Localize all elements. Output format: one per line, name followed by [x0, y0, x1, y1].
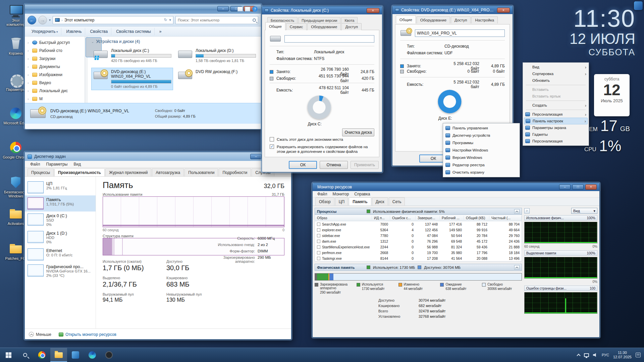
maximize-button[interactable] [572, 184, 584, 190]
sidebar-item[interactable]: Изображени [28, 71, 85, 79]
process-row[interactable]: explorer.exe 5364 4 122 456 149 580 99 9… [315, 227, 522, 233]
menu-item[interactable]: Файл [28, 161, 43, 167]
taskbar-search-button[interactable] [17, 348, 34, 362]
tab[interactable]: Предыдущие версии [298, 17, 340, 23]
cancel-button[interactable]: Отмена [320, 161, 348, 169]
process-row[interactable]: sidebar.exe 7780 0 47 084 50 544 20 784 … [315, 233, 522, 238]
action-center-button[interactable] [636, 353, 641, 357]
menu-item[interactable]: Файл [315, 191, 330, 197]
tab[interactable]: Журнал приложений [105, 168, 151, 176]
tab[interactable]: Диск [372, 197, 388, 205]
sidebar-item[interactable]: Быстрый доступ [28, 39, 85, 47]
language-indicator[interactable]: РУС [602, 353, 609, 357]
sidebar-scrollbar[interactable] [85, 37, 88, 103]
disk-cleanup-button[interactable]: Очистка диска [342, 128, 374, 136]
checkbox[interactable] [317, 234, 320, 237]
column-header[interactable]: Рабочий ... [440, 216, 464, 220]
tab[interactable]: Квота [341, 17, 358, 23]
tab[interactable]: Подробности [219, 168, 251, 176]
close-button[interactable] [497, 8, 510, 13]
performance-sidebar-item[interactable]: Ethernet О: 0 П: 0 кбит/с [25, 246, 96, 262]
tab[interactable]: Общие [265, 22, 285, 30]
fewer-details-button[interactable]: Меньше [29, 332, 51, 337]
help-icon[interactable]: ? [252, 6, 258, 12]
tab[interactable]: Сервис [286, 23, 307, 30]
menu-item[interactable]: Справка [352, 191, 373, 197]
address-bar[interactable]: › Этот компьютер ↻ ▾ [53, 16, 173, 24]
toolbar-button[interactable]: » [156, 28, 165, 35]
process-row[interactable]: Taskmgr.exe 8144 0 17 208 41 564 20 088 … [315, 255, 522, 261]
submenu-item[interactable]: Редактор реестра [444, 161, 519, 169]
tray-expand-button[interactable] [577, 353, 580, 357]
toolbar-button[interactable]: Извлечь [63, 28, 85, 35]
taskbar-obs-button[interactable] [101, 348, 117, 362]
performance-sidebar-item[interactable]: Диск 0 (C:) SSD 0% [25, 212, 96, 229]
volume-tray-icon[interactable] [593, 353, 598, 357]
search-input[interactable] [178, 18, 253, 22]
tab[interactable]: Оборудование [417, 16, 450, 23]
context-menu-item[interactable]: Параметры экрана [524, 124, 588, 131]
dialog-titlebar[interactable]: Свойства: DVD-дисковод (E:) WIN10_X64_PR… [392, 6, 513, 14]
taskbar-explorer-button[interactable] [50, 348, 67, 362]
process-row[interactable]: perfmon.exe 2668 0 19 700 35 980 17 796 … [315, 250, 522, 255]
tab[interactable]: Автозагрузка [152, 168, 184, 176]
close-button[interactable] [367, 8, 379, 13]
performance-sidebar-item[interactable]: Память 1,7/31,7 ГБ (5%) [25, 195, 96, 212]
minimize-button[interactable] [559, 184, 571, 190]
search-box[interactable] [175, 16, 258, 24]
submenu-item[interactable]: Версия Windows [444, 154, 519, 161]
column-header[interactable]: Общий (КБ) [464, 216, 489, 220]
submenu-item[interactable]: Панель управления [444, 124, 519, 132]
column-header[interactable]: Образ [315, 216, 372, 220]
collapse-chevron-icon[interactable] [514, 265, 520, 269]
compress-checkbox[interactable] [270, 137, 274, 141]
tab[interactable]: Процессы [28, 168, 54, 176]
taskbar-edge-button[interactable] [84, 348, 101, 362]
drive-item-f[interactable]: DVD RW дисковод (F:) [176, 68, 258, 90]
details-view-icon[interactable] [237, 7, 243, 11]
recent-locations-icon[interactable] [49, 18, 51, 22]
desktop[interactable]: Этот компьютер Корзина Параметры Microso… [0, 0, 644, 362]
taskbar-app-button[interactable] [67, 348, 84, 362]
close-button[interactable] [585, 184, 597, 190]
drive-item-d[interactable]: Локальный диск (D:) 1,58 ТБ свободно из … [176, 47, 258, 64]
view-dropdown[interactable]: Вид ▾ [571, 208, 597, 214]
ok-button[interactable]: ОК [289, 161, 317, 169]
checkbox[interactable] [317, 223, 320, 226]
sidebar-item[interactable]: Загрузки [28, 55, 85, 63]
submenu-item[interactable]: Очистить корзину [444, 169, 519, 176]
checkbox[interactable] [317, 251, 320, 254]
open-resource-monitor-link[interactable]: Открыть монитор ресурсов [59, 332, 116, 337]
tab[interactable]: ЦП [335, 197, 348, 205]
back-button[interactable] [28, 16, 36, 24]
resource-monitor-titlebar[interactable]: Монитор ресурсов [313, 183, 599, 191]
performance-sidebar-item[interactable]: ЦП 2% 1,81 ГГц [25, 179, 96, 195]
performance-sidebar-item[interactable]: Графический про... NVIDIA GeForce GTX 16… [25, 262, 96, 280]
context-menu-item[interactable]: Гаджеты [524, 131, 588, 138]
drive-item-e[interactable]: DVD-дисковод (E:) WIN10_X64_PRO_VL 0 бай… [91, 68, 173, 90]
tab[interactable]: Пользователи [184, 168, 218, 176]
dialog-titlebar[interactable]: Свойства: Локальный диск (C:) [262, 6, 382, 14]
context-menu-item[interactable]: Обновить [524, 77, 588, 84]
sidebar-item[interactable]: Рабочий сто [28, 47, 85, 55]
context-menu-item[interactable]: Вставить ярлык [524, 93, 588, 100]
tiles-view-icon[interactable] [245, 7, 250, 11]
network-tray-icon[interactable] [584, 353, 589, 357]
checkbox[interactable] [317, 240, 320, 243]
context-menu-item[interactable] [524, 84, 588, 86]
sidebar-item[interactable]: Видео [28, 79, 85, 87]
volume-label-input[interactable] [415, 29, 505, 37]
collapse-chevron-icon[interactable] [514, 209, 520, 214]
minimize-button[interactable] [250, 154, 262, 159]
performance-sidebar-item[interactable]: Диск 1 (D:) HDD 0% [25, 229, 96, 246]
physical-memory-section-header[interactable]: Физическая память Используется: 1730 МБ … [315, 264, 522, 271]
tab[interactable]: Сеть [389, 197, 405, 205]
context-menu-item[interactable]: Вид [524, 64, 588, 70]
toolbar-button[interactable]: Свойства системы [113, 28, 155, 35]
submenu-item[interactable]: Диспетчер устройств [444, 132, 519, 139]
apply-button[interactable]: Применить [351, 161, 379, 169]
taskbar-clock[interactable]: 11:30 12.07.2025 [613, 351, 632, 359]
tab[interactable]: Память [349, 197, 371, 205]
processes-section-header[interactable]: Процессы Использование физической памяти… [315, 208, 522, 215]
submenu-item[interactable]: Настройки Windows [444, 146, 519, 154]
